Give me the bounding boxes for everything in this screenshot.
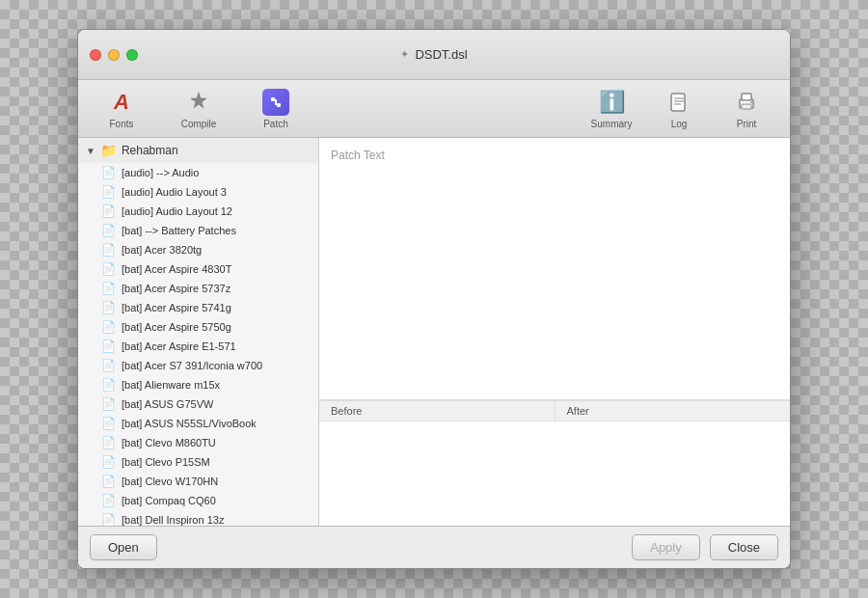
list-item[interactable]: 📄 [bat] Compaq CQ60 [78,491,318,510]
list-item[interactable]: 📄 [bat] ASUS N55SL/VivoBook [78,414,318,433]
sidebar-header: ▼ 📁 Rehabman [78,138,318,163]
main-content: ▼ 📁 Rehabman 📄 [audio] --> Audio 📄 [audi… [78,138,790,526]
list-item[interactable]: 📄 [audio] Audio Layout 12 [78,202,318,221]
sidebar-item-label: [audio] --> Audio [122,167,199,178]
log-icon [665,89,692,116]
close-button[interactable]: Close [710,534,778,560]
print-icon [733,89,760,116]
title-bar-center: ✦ DSDT.dsl [400,47,467,62]
file-icon: 📄 [101,204,116,218]
svg-rect-7 [742,94,751,100]
file-icon: 📄 [101,417,116,430]
sidebar-item-label: [bat] ASUS G75VW [122,398,213,410]
diff-panel: Before After [319,400,790,526]
log-toolbar-item[interactable]: Log [655,89,703,129]
file-icon: 📄 [101,378,116,392]
file-icon: 📄 [101,436,116,449]
sidebar-item-label: [bat] Dell Inspiron 13z [122,514,224,526]
svg-rect-2 [671,94,685,111]
list-item[interactable]: 📄 [bat] --> Battery Patches [78,221,318,240]
file-icon: 📄 [101,475,116,488]
patch-text-placeholder: Patch Text [331,149,385,162]
file-icon: 📄 [101,340,116,353]
toolbar-right: ℹ️ Summary Log [587,89,771,129]
list-item[interactable]: 📄 [bat] Clevo P15SM [78,452,318,472]
list-item[interactable]: 📄 [bat] Clevo W170HN [78,472,318,491]
close-window-button[interactable] [90,49,101,61]
minimize-window-button[interactable] [108,49,120,61]
sidebar-item-label: [bat] Acer Aspire 5750g [122,321,231,333]
sidebar: ▼ 📁 Rehabman 📄 [audio] --> Audio 📄 [audi… [78,138,319,526]
list-item[interactable]: 📄 [bat] Acer Aspire 5737z [78,279,318,298]
list-item[interactable]: 📄 [bat] Acer Aspire E1-571 [78,337,318,356]
file-icon: 📄 [101,166,116,179]
sidebar-item-label: [bat] Acer S7 391/Iconia w700 [122,360,262,371]
file-icon: 📄 [101,224,116,237]
compile-label: Compile [181,119,217,129]
file-icon: 📄 [101,282,116,295]
file-icon: 📄 [101,397,116,411]
svg-rect-8 [742,104,751,109]
print-toolbar-item[interactable]: Print [722,89,771,129]
list-item[interactable]: 📄 [audio] Audio Layout 3 [78,182,318,202]
diff-content [319,421,790,526]
summary-icon: ℹ️ [598,89,625,116]
apply-button[interactable]: Apply [632,534,700,560]
sidebar-item-label: [bat] Clevo M860TU [122,437,216,448]
fonts-toolbar-item[interactable]: A Fonts [97,89,146,129]
sidebar-root-label: Rehabman [122,144,178,157]
list-item[interactable]: 📄 [bat] Acer Aspire 5750g [78,317,318,337]
sidebar-item-label: [bat] Acer Aspire 4830T [122,263,231,275]
sidebar-item-label: [bat] Compaq CQ60 [122,495,216,506]
summary-toolbar-item[interactable]: ℹ️ Summary [587,89,636,129]
sidebar-item-label: [bat] ASUS N55SL/VivoBook [122,418,257,429]
sidebar-item-label: [bat] Clevo P15SM [122,456,210,468]
sidebar-item-label: [audio] Audio Layout 3 [122,186,227,198]
window-title: DSDT.dsl [415,47,467,62]
log-label: Log [671,119,688,129]
file-icon: 📄 [101,243,116,257]
list-item[interactable]: 📄 [audio] --> Audio [78,163,318,182]
compile-toolbar-item[interactable]: Compile [175,89,223,129]
file-icon: 📄 [101,262,116,276]
sidebar-item-label: [bat] Acer 3820tg [122,244,202,256]
diff-header: Before After [319,401,790,421]
file-icon: 📄 [101,301,116,314]
patch-icon [262,89,289,116]
sidebar-item-label: [bat] --> Battery Patches [122,225,236,236]
window-controls [90,49,138,61]
svg-rect-0 [271,97,275,101]
list-item[interactable]: 📄 [bat] Alienware m15x [78,375,318,394]
sidebar-item-label: [bat] Acer Aspire 5737z [122,283,231,294]
sidebar-items-list: 📄 [audio] --> Audio 📄 [audio] Audio Layo… [78,163,318,526]
svg-rect-1 [277,103,281,107]
sidebar-folder-icon: 📁 [100,143,117,158]
list-item[interactable]: 📄 [bat] Acer 3820tg [78,240,318,259]
file-icon: 📄 [101,359,116,372]
list-item[interactable]: 📄 [bat] Dell Inspiron 13z [78,510,318,526]
list-item[interactable]: 📄 [bat] Clevo M860TU [78,433,318,452]
diff-after-header: After [556,401,791,421]
list-item[interactable]: 📄 [bat] Acer Aspire 4830T [78,259,318,279]
file-icon: 📄 [101,320,116,334]
open-button[interactable]: Open [90,534,157,560]
sidebar-item-label: [bat] Acer Aspire E1-571 [122,340,236,352]
patch-text-area[interactable]: Patch Text [319,138,790,400]
list-item[interactable]: 📄 [bat] Acer Aspire 5741g [78,298,318,317]
sidebar-arrow-icon: ▼ [86,146,95,156]
compile-icon [185,89,212,116]
fonts-icon: A [108,89,135,116]
list-item[interactable]: 📄 [bat] ASUS G75VW [78,394,318,414]
patch-toolbar-item[interactable]: Patch [252,89,300,129]
file-icon: 📄 [101,513,116,526]
summary-label: Summary [591,119,633,129]
sidebar-item-label: [audio] Audio Layout 12 [122,205,232,217]
svg-point-9 [750,101,752,103]
sidebar-item-label: [bat] Clevo W170HN [122,476,218,487]
toolbar: A Fonts Compile P [78,80,790,138]
list-item[interactable]: 📄 [bat] Acer S7 391/Iconia w700 [78,356,318,375]
main-window: ✦ DSDT.dsl A Fonts Compile [77,29,791,569]
title-bar: ✦ DSDT.dsl [78,30,790,80]
maximize-window-button[interactable] [126,49,138,61]
diff-before-header: Before [319,401,556,421]
